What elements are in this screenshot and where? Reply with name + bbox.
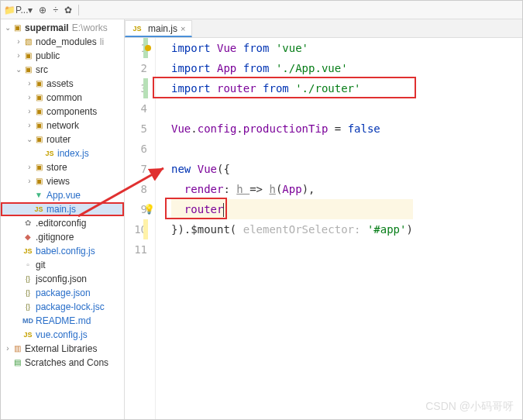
tree-babel-config[interactable]: JSbabel.config.js: [1, 244, 124, 258]
tree-readme[interactable]: MDREADME.md: [1, 314, 124, 328]
chevron-right-icon[interactable]: ›: [26, 119, 33, 133]
project-selector[interactable]: 📁 P... ▾: [4, 5, 33, 15]
tree-scratches[interactable]: ▤Scratches and Cons: [1, 356, 124, 370]
folder-icon: ▣: [33, 106, 44, 117]
chevron-right-icon[interactable]: ›: [15, 35, 22, 49]
editor-pane: JS main.js × 1 2 3 4 5 6 7 8 9 10 11: [125, 19, 522, 419]
close-icon[interactable]: ×: [181, 24, 185, 33]
chevron-down-icon[interactable]: ⌄: [15, 63, 22, 77]
chevron-right-icon[interactable]: ›: [26, 91, 33, 105]
git-file-icon: ◆: [22, 232, 33, 243]
tree-package-lock[interactable]: {}package-lock.jsc: [1, 300, 124, 314]
json-file-icon: {}: [22, 287, 33, 298]
scratch-icon: ▤: [12, 357, 22, 368]
tree-gitignore[interactable]: ◆.gitignore: [1, 230, 124, 244]
tree-root-label: supermail: [25, 21, 69, 35]
target-icon[interactable]: ⊕: [39, 5, 46, 15]
tree-external-libraries[interactable]: ›▥External Libraries: [1, 342, 124, 356]
js-file-icon: JS: [132, 23, 143, 34]
tree-root-path: E:\works: [72, 21, 108, 35]
code-content[interactable]: import Vue from 'vue' import App from '.…: [156, 38, 413, 419]
folder-icon: ▣: [33, 120, 44, 131]
lightbulb-icon[interactable]: 💡: [143, 199, 155, 219]
code-line-10[interactable]: }).$mount( elementOrSelector: '#app'): [171, 219, 413, 239]
js-file-icon: JS: [44, 148, 55, 159]
file-icon: ▫: [22, 260, 33, 270]
tree-node-modules[interactable]: ›▧node_modulesli: [1, 35, 124, 49]
tree-network[interactable]: ›▣network: [1, 119, 124, 133]
vcs-modified-marker: [143, 219, 148, 239]
js-file-icon: JS: [33, 204, 44, 215]
tree-editorconfig[interactable]: ✿.editorconfig: [1, 216, 124, 230]
project-tree-panel[interactable]: ⌄▣supermailE:\works ›▧node_modulesli ›▣p…: [1, 19, 125, 419]
line-number-gutter: 1 2 3 4 5 6 7 8 9 10 11: [125, 38, 156, 419]
code-line-7[interactable]: new Vue({: [171, 159, 413, 179]
settings-icon[interactable]: ✿: [64, 5, 72, 15]
chevron-right-icon[interactable]: ›: [4, 342, 12, 356]
tab-filename: main.js: [148, 23, 177, 34]
chevron-right-icon[interactable]: ›: [26, 174, 33, 188]
library-icon: ▥: [12, 343, 22, 354]
code-line-9[interactable]: 💡 router: [171, 199, 413, 219]
tree-src[interactable]: ⌄▣src: [1, 63, 124, 77]
breakpoint-icon[interactable]: [145, 45, 151, 51]
tree-index-js[interactable]: JSindex.js: [1, 146, 124, 160]
vcs-added-marker: [143, 78, 148, 98]
chevron-right-icon[interactable]: ›: [26, 105, 33, 119]
js-file-icon: JS: [22, 329, 33, 340]
tree-common[interactable]: ›▣common: [1, 91, 124, 105]
code-line-2[interactable]: import App from './App.vue': [171, 58, 413, 78]
folder-icon: ▣: [12, 22, 22, 33]
line-number: 2: [125, 58, 147, 78]
tree-components[interactable]: ›▣components: [1, 105, 124, 119]
vue-file-icon: ▼: [33, 190, 44, 201]
folder-icon: ▣: [33, 162, 44, 173]
folder-icon: ▣: [33, 92, 44, 103]
top-toolbar: 📁 P... ▾ ⊕ ÷ ✿: [1, 1, 522, 19]
line-number: 8: [125, 179, 147, 199]
plus-icon[interactable]: ÷: [53, 5, 58, 15]
chevron-right-icon[interactable]: ›: [15, 49, 22, 63]
line-number: 4: [125, 98, 147, 119]
json-file-icon: {}: [22, 274, 33, 284]
chevron-down-icon[interactable]: ⌄: [26, 133, 33, 146]
chevron-right-icon[interactable]: ›: [26, 160, 33, 174]
folder-icon: ▣: [33, 176, 44, 187]
code-line-4[interactable]: [171, 98, 413, 119]
folder-icon: ▣: [33, 78, 44, 89]
code-line-1[interactable]: import Vue from 'vue': [171, 38, 413, 58]
project-short-label: P...: [15, 5, 28, 15]
folder-icon: ▣: [22, 50, 33, 61]
tree-assets[interactable]: ›▣assets: [1, 77, 124, 91]
folder-icon: ▧: [22, 36, 33, 47]
chevron-right-icon[interactable]: ›: [26, 77, 33, 91]
tree-main-js[interactable]: JSmain.js: [1, 202, 124, 216]
json-file-icon: {}: [22, 301, 33, 312]
tree-vue-config[interactable]: JSvue.config.js: [1, 328, 124, 342]
code-editor[interactable]: 1 2 3 4 5 6 7 8 9 10 11 import Vue from …: [125, 38, 522, 419]
text-cursor: [223, 203, 224, 217]
tree-git[interactable]: ▫git: [1, 258, 124, 272]
line-number: 5: [125, 119, 147, 139]
tree-store[interactable]: ›▣store: [1, 160, 124, 174]
toolbar-separator: [78, 5, 79, 15]
editor-tabbar: JS main.js ×: [125, 19, 522, 38]
tree-jsconfig[interactable]: {}jsconfig.json: [1, 272, 124, 286]
js-file-icon: JS: [22, 246, 33, 256]
chevron-down-icon[interactable]: ⌄: [4, 21, 12, 35]
line-number: 6: [125, 139, 147, 159]
tree-root[interactable]: ⌄▣supermailE:\works: [1, 21, 124, 35]
tree-package-json[interactable]: {}package.json: [1, 286, 124, 300]
code-line-6[interactable]: [171, 139, 413, 159]
code-line-5[interactable]: Vue.config.productionTip = false: [171, 119, 413, 139]
code-line-3[interactable]: import router from './router': [171, 78, 413, 98]
tree-router[interactable]: ⌄▣router: [1, 133, 124, 146]
tree-views[interactable]: ›▣views: [1, 174, 124, 188]
folder-icon: ▣: [33, 134, 44, 145]
markdown-file-icon: MD: [22, 315, 33, 326]
tree-public[interactable]: ›▣public: [1, 49, 124, 63]
code-line-11[interactable]: [171, 239, 413, 260]
editor-tab-main-js[interactable]: JS main.js ×: [125, 20, 192, 37]
code-line-8[interactable]: render: h => h(App),: [171, 179, 413, 199]
tree-app-vue[interactable]: ▼App.vue: [1, 188, 124, 202]
